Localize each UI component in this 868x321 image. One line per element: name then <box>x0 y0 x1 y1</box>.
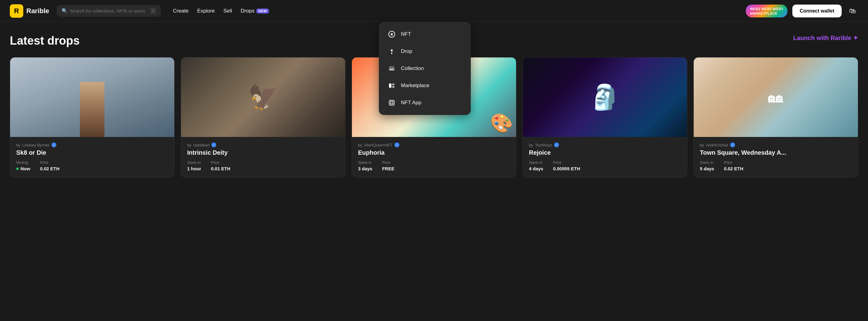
create-dropdown: NFT Drop Collection <box>379 22 471 115</box>
search-icon: 🔍 <box>62 8 68 14</box>
connect-wallet-button[interactable]: Connect wallet <box>792 5 842 17</box>
card-author: by saeideart ✓ <box>187 142 339 147</box>
card-rejoice[interactable]: by TechKeyz ✓ Rejoice Starts in 4 days P… <box>523 57 687 178</box>
main-nav: Create Explore Sell Drops NEW <box>173 8 269 14</box>
card-author: by Lindsey Byrnes ✓ <box>16 142 168 147</box>
svg-rect-4 <box>389 68 395 69</box>
card-stats: Starts in 5 days Price 0.02 ETH <box>700 160 852 171</box>
card-author: by AlienQueenNFT ✓ <box>358 142 510 147</box>
launch-link[interactable]: Launch with Rarible ✦ <box>793 34 858 42</box>
svg-point-1 <box>391 53 392 54</box>
svg-rect-10 <box>391 102 393 104</box>
card-image-sk8 <box>10 58 174 137</box>
price-stat: Price 0.01 ETH <box>211 160 230 171</box>
price-stat: Price 0.00555 ETH <box>553 160 580 171</box>
card-image-town: 🏘 <box>694 58 858 137</box>
price-stat: Price 0.02 ETH <box>724 160 743 171</box>
verified-badge: ✓ <box>52 142 56 147</box>
starts-stat: Starts in 4 days <box>529 160 543 171</box>
search-input[interactable] <box>70 8 148 13</box>
search-shortcut: / <box>150 8 156 14</box>
svg-rect-5 <box>389 66 395 67</box>
svg-rect-6 <box>389 83 392 88</box>
marketplace-icon <box>388 81 396 90</box>
web3-marketplace-button[interactable]: WEB3 WEB3 WEB3MARKETPLACE <box>746 5 787 17</box>
card-image-intrinsic <box>181 58 345 137</box>
dropdown-item-nft-app[interactable]: NFT App <box>381 94 468 111</box>
card-title: Sk8 or Die <box>16 149 168 156</box>
svg-rect-9 <box>389 100 394 105</box>
logo-icon: R <box>10 4 23 18</box>
svg-rect-3 <box>389 69 395 70</box>
card-image-rejoice <box>523 58 687 137</box>
dropdown-item-drop[interactable]: Drop <box>381 43 468 60</box>
header-right: WEB3 WEB3 WEB3MARKETPLACE Connect wallet… <box>746 5 858 17</box>
card-stats: Minting Now Price 0.02 ETH <box>16 160 168 171</box>
price-stat: Price 0.02 ETH <box>40 160 59 171</box>
logo-text: Rarible <box>26 7 49 15</box>
nav-explore[interactable]: Explore <box>197 8 215 14</box>
card-stats: Starts in 4 days Price 0.00555 ETH <box>529 160 681 171</box>
card-title: Rejoice <box>529 149 681 156</box>
logo[interactable]: R Rarible <box>10 4 49 18</box>
nav-create[interactable]: Create <box>173 8 189 14</box>
starts-stat: Starts in 1 hour <box>187 160 201 171</box>
price-stat: Price FREE <box>382 160 395 171</box>
verified-badge: ✓ <box>395 142 399 147</box>
nav-drops[interactable]: Drops NEW <box>241 8 269 14</box>
verified-badge: ✓ <box>730 142 735 147</box>
card-body: by TechKeyz ✓ Rejoice Starts in 4 days P… <box>523 137 687 177</box>
dropdown-item-nft[interactable]: NFT <box>381 26 468 43</box>
nftapp-icon <box>388 99 396 107</box>
minting-value: Now <box>16 166 30 171</box>
card-town-square[interactable]: 🏘 by AndreOshea ✓ Town Square, Wednesday… <box>693 57 858 178</box>
verified-badge: ✓ <box>554 142 559 147</box>
card-body: by Lindsey Byrnes ✓ Sk8 or Die Minting N… <box>10 137 174 177</box>
nav-sell[interactable]: Sell <box>223 8 232 14</box>
svg-rect-8 <box>392 86 395 88</box>
card-author: by AndreOshea ✓ <box>700 142 852 147</box>
cart-icon[interactable]: 🛍 <box>846 5 858 17</box>
card-sk8-or-die[interactable]: by Lindsey Byrnes ✓ Sk8 or Die Minting N… <box>10 57 175 178</box>
minting-dot <box>16 168 19 170</box>
card-title: Intrinsic Deity <box>187 149 339 156</box>
card-body: by saeideart ✓ Intrinsic Deity Starts in… <box>181 137 345 177</box>
search-bar[interactable]: 🔍 / <box>57 5 161 17</box>
svg-rect-7 <box>392 83 395 85</box>
card-author: by TechKeyz ✓ <box>529 142 681 147</box>
minting-stat: Minting Now <box>16 160 30 171</box>
nft-icon <box>388 30 396 38</box>
collection-icon <box>388 64 396 73</box>
card-stats: Starts in 3 days Price FREE <box>358 160 510 171</box>
header: R Rarible 🔍 / Create Explore Sell Drops … <box>0 0 868 22</box>
dropdown-item-marketplace[interactable]: Marketplace <box>381 77 468 94</box>
card-title: Town Square, Wednesday A... <box>700 149 852 156</box>
starts-stat: Starts in 5 days <box>700 160 714 171</box>
drops-badge: NEW <box>256 8 269 13</box>
card-title: Euphoria <box>358 149 510 156</box>
card-body: by AndreOshea ✓ Town Square, Wednesday A… <box>694 137 858 177</box>
card-intrinsic-deity[interactable]: by saeideart ✓ Intrinsic Deity Starts in… <box>181 57 345 178</box>
card-body: by AlienQueenNFT ✓ Euphoria Starts in 3 … <box>352 137 516 177</box>
starts-stat: Starts in 3 days <box>358 160 372 171</box>
verified-badge: ✓ <box>211 142 216 147</box>
card-stats: Starts in 1 hour Price 0.01 ETH <box>187 160 339 171</box>
drop-icon <box>388 47 396 56</box>
dropdown-item-collection[interactable]: Collection <box>381 60 468 77</box>
